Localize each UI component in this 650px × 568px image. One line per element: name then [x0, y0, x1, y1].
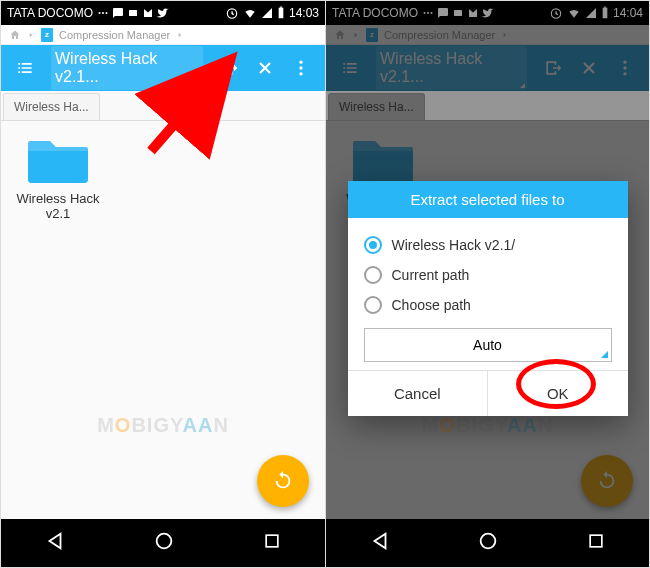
- selection-toolbar: Wireless Hack v2.1...: [1, 45, 325, 91]
- back-button[interactable]: [369, 530, 391, 556]
- encoding-dropdown[interactable]: Auto: [364, 328, 612, 362]
- home-button[interactable]: [153, 530, 175, 556]
- tab-item[interactable]: Wireless Ha...: [3, 93, 100, 120]
- radio-label: Current path: [392, 267, 470, 283]
- chevron-right-icon: [176, 31, 184, 39]
- close-button[interactable]: [247, 50, 283, 86]
- svg-point-8: [299, 66, 302, 69]
- tab-label: Wireless Ha...: [14, 100, 89, 114]
- sms-icon: [112, 7, 124, 19]
- twitter-icon: [157, 7, 169, 19]
- radio-label: Choose path: [392, 297, 471, 313]
- wifi-icon: [243, 6, 257, 20]
- svg-point-0: [99, 12, 101, 14]
- tab-strip: Wireless Ha...: [1, 91, 325, 121]
- radio-icon: [364, 236, 382, 254]
- folder-icon: [26, 133, 90, 185]
- alarm-icon: [225, 6, 239, 20]
- svg-point-7: [299, 61, 302, 64]
- status-bar: TATA DOCOMO 14:03: [1, 1, 325, 25]
- radio-icon: [364, 266, 382, 284]
- radio-label: Wireless Hack v2.1/: [392, 237, 516, 253]
- svg-rect-24: [590, 535, 602, 547]
- svg-point-23: [481, 534, 496, 549]
- carrier-label: TATA DOCOMO: [7, 6, 93, 20]
- svg-point-2: [106, 12, 108, 14]
- svg-rect-6: [280, 7, 282, 8]
- card-icon: [127, 7, 139, 19]
- selection-dropdown[interactable]: Wireless Hack v2.1...: [51, 46, 203, 90]
- back-button[interactable]: [44, 530, 66, 556]
- folder-item[interactable]: Wireless Hack v2.1: [13, 133, 103, 221]
- encoding-label: Auto: [473, 337, 502, 353]
- folder-label: Wireless Hack v2.1: [13, 191, 103, 221]
- ok-button[interactable]: OK: [487, 371, 628, 416]
- overflow-menu-button[interactable]: [283, 50, 319, 86]
- svg-rect-12: [266, 535, 278, 547]
- phone-right: TATA DOCOMO 14:04 z: [325, 1, 649, 567]
- home-icon: [9, 29, 21, 41]
- recents-button[interactable]: [586, 531, 606, 555]
- svg-point-1: [102, 12, 104, 14]
- extract-dialog: Extract selected files to Wireless Hack …: [348, 181, 628, 416]
- phone-left: TATA DOCOMO 14:03: [1, 1, 325, 567]
- svg-point-9: [299, 72, 302, 75]
- notification-icons: [97, 7, 184, 19]
- radio-option-folder[interactable]: Wireless Hack v2.1/: [364, 230, 612, 260]
- zip-icon: z: [41, 28, 53, 42]
- refresh-fab[interactable]: [257, 455, 309, 507]
- more-icon: [97, 7, 109, 19]
- dialog-title: Extract selected files to: [348, 181, 628, 218]
- radio-option-current[interactable]: Current path: [364, 260, 612, 290]
- breadcrumb[interactable]: z Compression Manager: [1, 25, 325, 45]
- cancel-button[interactable]: Cancel: [348, 371, 488, 416]
- clock-label: 14:03: [289, 6, 319, 20]
- breadcrumb-label: Compression Manager: [59, 29, 170, 41]
- android-navbar: [326, 519, 649, 567]
- mail-icon: [142, 7, 154, 19]
- toolbar-title-label: Wireless Hack v2.1...: [55, 50, 195, 86]
- svg-rect-5: [279, 8, 284, 19]
- recents-button[interactable]: [262, 531, 282, 555]
- battery-icon: [277, 6, 285, 20]
- android-navbar: [1, 519, 325, 567]
- chevron-right-icon: [27, 31, 35, 39]
- svg-rect-3: [129, 10, 137, 16]
- signal-icon: [261, 7, 273, 19]
- download-icon: [172, 7, 184, 19]
- svg-point-11: [157, 534, 172, 549]
- home-button[interactable]: [477, 530, 499, 556]
- list-icon[interactable]: [7, 50, 43, 86]
- radio-option-choose[interactable]: Choose path: [364, 290, 612, 320]
- extract-button[interactable]: [211, 50, 247, 86]
- radio-icon: [364, 296, 382, 314]
